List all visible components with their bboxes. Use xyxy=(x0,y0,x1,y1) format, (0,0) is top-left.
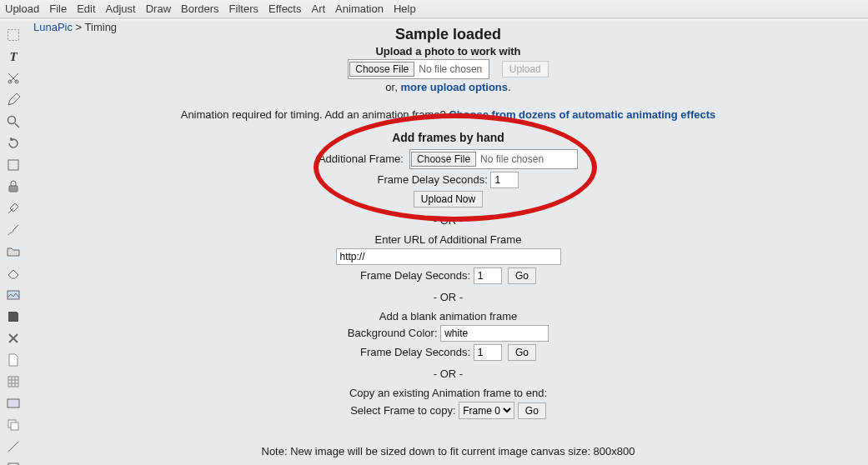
or-text: or, xyxy=(385,81,400,93)
or-sep-1: - OR - xyxy=(28,214,868,227)
sample-title: Sample loaded xyxy=(28,26,868,43)
svg-rect-7 xyxy=(8,377,18,387)
delay-label-1: Frame Delay Seconds: xyxy=(378,173,488,186)
folder-icon[interactable] xyxy=(5,243,22,260)
anim-req-text: Animation required for timing. Add an an… xyxy=(181,108,449,121)
menu-item-help[interactable]: Help xyxy=(394,2,416,15)
delay-label-2: Frame Delay Seconds: xyxy=(360,269,470,282)
delay-input-3[interactable] xyxy=(474,344,502,361)
line-icon[interactable] xyxy=(5,438,22,455)
or-sep-2: - OR - xyxy=(28,291,868,303)
additional-no-file-text: No file chosen xyxy=(477,153,577,165)
copy-icon[interactable] xyxy=(5,417,22,433)
frame-select[interactable]: Frame 0 xyxy=(459,402,514,419)
auto-effects-link[interactable]: Choose from dozens of automatic animatin… xyxy=(449,108,715,121)
select-frame-label: Select Frame to copy: xyxy=(350,404,455,417)
delay-input-1[interactable] xyxy=(490,172,519,188)
main-file-input[interactable]: Choose File No file chosen xyxy=(348,59,489,79)
save-icon[interactable] xyxy=(5,308,22,325)
text-icon[interactable]: T xyxy=(5,48,22,65)
delay-input-2[interactable] xyxy=(474,268,502,284)
no-file-text: No file chosen xyxy=(415,63,489,75)
select-rect-icon[interactable] xyxy=(5,27,22,43)
hatch-icon[interactable] xyxy=(5,373,22,390)
svg-rect-5 xyxy=(9,186,18,192)
upload-now-button[interactable]: Upload Now xyxy=(414,191,483,208)
menu-item-filters[interactable]: Filters xyxy=(229,2,258,15)
menu-separator xyxy=(0,18,868,21)
additional-frame-file-input[interactable]: Choose File No file chosen xyxy=(409,149,578,169)
svg-rect-4 xyxy=(8,160,18,170)
additional-choose-button[interactable]: Choose File xyxy=(411,152,476,167)
bg-color-input[interactable] xyxy=(440,325,549,342)
menu-item-effects[interactable]: Effects xyxy=(268,2,302,15)
page-icon[interactable] xyxy=(5,352,22,368)
svg-rect-0 xyxy=(8,30,19,41)
lock-icon[interactable] xyxy=(5,178,22,195)
square-icon[interactable] xyxy=(5,460,22,465)
close-icon[interactable] xyxy=(5,330,22,347)
svg-rect-8 xyxy=(8,399,19,408)
canvas-note: Note: New image will be sized down to fi… xyxy=(28,445,868,458)
menu-item-art[interactable]: Art xyxy=(311,2,325,15)
left-toolbox: T xyxy=(0,23,27,465)
menu-item-file[interactable]: File xyxy=(49,2,67,15)
menu-item-edit[interactable]: Edit xyxy=(77,2,95,15)
magnifier-icon[interactable] xyxy=(5,113,22,130)
bg-color-label: Background Color: xyxy=(348,327,438,339)
upload-button[interactable]: Upload xyxy=(502,61,549,78)
more-upload-options-link[interactable]: more upload options xyxy=(400,81,508,93)
image2-icon[interactable] xyxy=(5,395,22,412)
menu-item-draw[interactable]: Draw xyxy=(146,2,171,15)
menu-item-animation[interactable]: Animation xyxy=(335,2,384,15)
eyedropper-icon[interactable] xyxy=(5,200,22,217)
delay-label-3: Frame Delay Seconds: xyxy=(360,346,470,358)
add-frames-heading: Add frames by hand xyxy=(28,131,868,144)
pencil-icon[interactable] xyxy=(5,92,22,108)
go-button-blank[interactable]: Go xyxy=(508,344,536,361)
url-heading: Enter URL of Additional Frame xyxy=(28,233,868,246)
go-button-copy[interactable]: Go xyxy=(518,402,546,419)
additional-frame-label: Additional Frame: xyxy=(319,152,404,165)
crop-icon[interactable] xyxy=(5,157,22,173)
or-sep-3: - OR - xyxy=(28,368,868,380)
menu-bar: Upload File Edit Adjust Draw Borders Fil… xyxy=(0,0,868,18)
url-input[interactable] xyxy=(336,248,561,265)
scissors-icon[interactable] xyxy=(5,70,22,87)
upload-subtitle: Upload a photo to work with xyxy=(28,45,868,58)
svg-point-3 xyxy=(8,117,16,124)
copy-heading: Copy an existing Animation frame to end: xyxy=(28,387,868,399)
menu-item-adjust[interactable]: Adjust xyxy=(106,2,136,15)
choose-file-button[interactable]: Choose File xyxy=(349,62,414,77)
picture-icon[interactable] xyxy=(5,287,22,303)
eraser-icon[interactable] xyxy=(5,265,22,282)
menu-item-borders[interactable]: Borders xyxy=(181,2,219,15)
menu-item-upload[interactable]: Upload xyxy=(5,2,39,15)
svg-rect-10 xyxy=(11,422,18,430)
rotate-icon[interactable] xyxy=(5,135,22,152)
brush-icon[interactable] xyxy=(5,222,22,238)
period: . xyxy=(508,81,511,93)
go-button-url[interactable]: Go xyxy=(508,268,536,284)
blank-heading: Add a blank animation frame xyxy=(28,310,868,322)
main-content: Sample loaded Upload a photo to work wit… xyxy=(28,23,868,465)
